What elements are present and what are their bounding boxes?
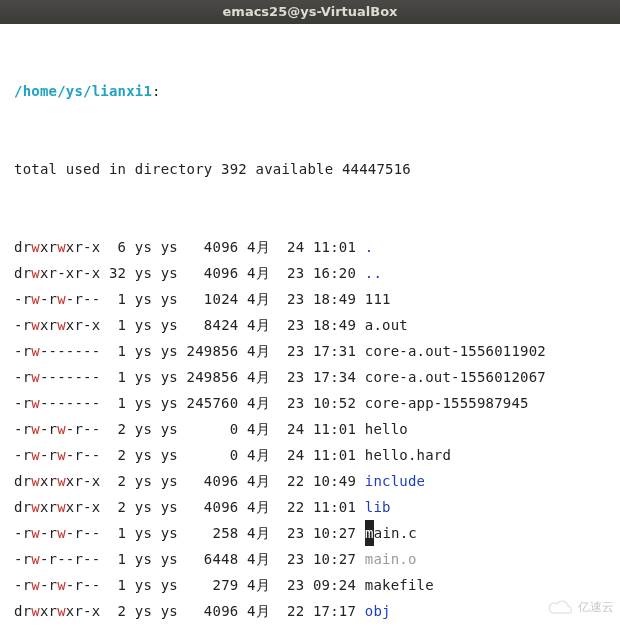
dired-row[interactable]: -rw------- 1 ys ys 249856 4月 23 17:31 co… [14,338,616,364]
window-title: emacs25@ys-VirtualBox [223,4,398,19]
dired-row[interactable]: -rwxrwxr-x 1 ys ys 8424 4月 23 18:49 a.ou… [14,312,616,338]
window-titlebar: emacs25@ys-VirtualBox [0,0,620,24]
dired-summary-line: total used in directory 392 available 44… [14,156,616,182]
dired-row[interactable]: -rw-rw-r-- 1 ys ys 258 4月 23 10:27 main.… [14,520,616,546]
dired-row[interactable]: -rw-r--r-- 1 ys ys 6448 4月 23 10:27 main… [14,546,616,572]
dired-path-line: /home/ys/lianxi1: [14,78,616,104]
dired-row[interactable]: drwxrwxr-x 2 ys ys 4096 4月 22 10:49 incl… [14,468,616,494]
dired-row[interactable]: -rw------- 1 ys ys 249856 4月 23 17:34 co… [14,364,616,390]
cloud-icon [548,599,574,615]
dired-row[interactable]: drwxr-xr-x 32 ys ys 4096 4月 23 16:20 .. [14,260,616,286]
watermark: 亿速云 [548,594,614,620]
point-cursor: m [365,520,374,546]
dired-row[interactable]: -rw-rw-r-- 1 ys ys 279 4月 23 09:24 makef… [14,572,616,598]
dired-row[interactable]: drwxrwxr-x 6 ys ys 4096 4月 24 11:01 . [14,234,616,260]
dired-row[interactable]: drwxrwxr-x 2 ys ys 4096 4月 22 17:17 obj [14,598,616,624]
dired-listing: drwxrwxr-x 6 ys ys 4096 4月 24 11:01 .drw… [14,234,616,626]
dired-buffer[interactable]: /home/ys/lianxi1: total used in director… [0,24,620,626]
dired-row[interactable]: -rw-rw-r-- 2 ys ys 0 4月 24 11:01 hello.h… [14,442,616,468]
dired-path: /home/ys/lianxi1 [14,83,152,99]
dired-row[interactable]: drwxrwxr-x 2 ys ys 4096 4月 22 11:01 lib [14,494,616,520]
dired-row[interactable]: -rw------- 1 ys ys 245760 4月 23 10:52 co… [14,390,616,416]
dired-row[interactable]: -rw-rw-r-- 2 ys ys 0 4月 24 11:01 hello [14,416,616,442]
dired-row[interactable]: -rw-rw-r-- 1 ys ys 1024 4月 23 18:49 111 [14,286,616,312]
